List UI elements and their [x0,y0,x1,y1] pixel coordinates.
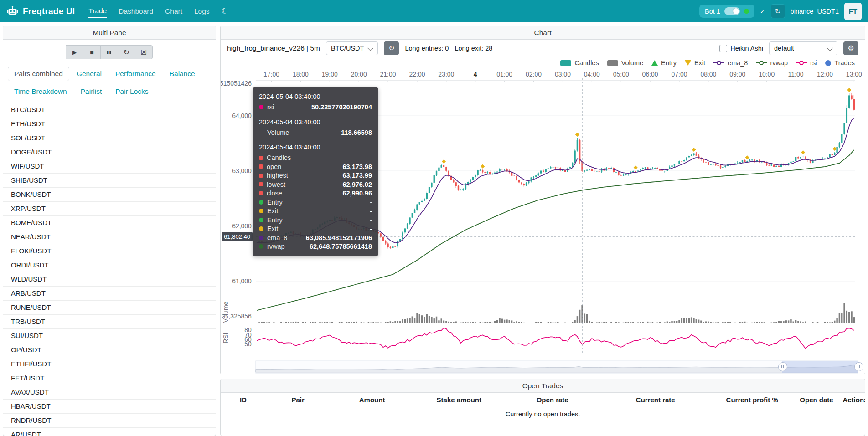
heikin-ashi-checkbox[interactable] [719,45,727,52]
legend-rvwap[interactable]: rvwap [756,59,788,67]
trades-column-header: Open date [794,393,839,407]
reload-icon: ↻ [124,49,129,56]
legend-volume[interactable]: Volume [607,59,643,67]
pair-list-item[interactable]: DOGE/USDT [3,145,216,159]
tab-general[interactable]: General [70,67,108,81]
heikin-ashi-label: Heikin Ashi [730,45,763,52]
svg-text:64,000: 64,000 [232,112,252,119]
pair-list-item[interactable]: BOME/USDT [3,216,216,230]
pair-select[interactable]: BTC/USDT [326,41,378,55]
theme-toggle-icon[interactable]: ☾ [222,6,228,16]
pair-list-item[interactable]: ETHFI/USDT [3,357,216,371]
legend-trades[interactable]: Trades [825,59,855,67]
tab-pair-locks[interactable]: Pair Locks [109,84,155,99]
reload-button[interactable]: ↻ [118,45,135,59]
pair-list-item[interactable]: XRP/USDT [3,202,216,216]
open-trades-panel: Open Trades IDPairAmountStake amountOpen… [220,379,865,436]
play-button[interactable]: ▶ [66,45,83,59]
pair-list-item[interactable]: HBAR/USDT [3,400,216,414]
tab-pairs-combined[interactable]: Pairs combined [8,67,69,81]
datazoom-left-handle[interactable] [778,362,787,371]
tab-balance[interactable]: Balance [163,67,202,81]
pair-list-item[interactable]: SUI/USDT [3,329,216,343]
svg-text:04:00: 04:00 [584,71,600,78]
pair-list: BTC/USDTETH/USDTSOL/USDTDOGE/USDTWIF/USD… [3,103,216,436]
pair-list-item[interactable]: FLOKI/USDT [3,244,216,258]
chart-svg[interactable]: 17:0018:0019:0020:0021:0022:0023:00401:0… [221,69,865,374]
svg-text:05:00: 05:00 [613,71,629,78]
svg-text:09:00: 09:00 [729,71,745,78]
pair-list-item[interactable]: AR/USDT [3,428,216,436]
pair-list-item[interactable]: BTC/USDT [3,103,216,117]
trades-column-header: Stake amount [414,393,504,407]
reload-bot-button[interactable]: ↻ [771,4,785,18]
page-content: Multi Pane ▶■▮▮↻☒ Pairs combinedGeneralP… [0,22,868,436]
pair-list-item[interactable]: WIF/USDT [3,159,216,174]
svg-text:08:00: 08:00 [700,71,716,78]
pair-list-item[interactable]: BONK/USDT [3,188,216,202]
bot-name-label: Bot 1 [705,8,720,15]
pause-button[interactable]: ▮▮ [100,45,118,59]
svg-text:07:00: 07:00 [672,71,687,78]
multi-pane-header: Multi Pane [3,26,216,40]
pair-list-item[interactable]: ARB/USDT [3,287,216,301]
plot-settings-gear-button[interactable]: ⚙ [843,41,858,55]
plot-config-select[interactable]: default [769,41,837,55]
pair-list-item[interactable]: RUNE/USDT [3,301,216,315]
tab-time-breakdown[interactable]: Time Breakdown [8,84,73,99]
svg-text:63,000: 63,000 [232,167,252,174]
legend-ema-8-marker [713,60,724,66]
bot-controls: ▶■▮▮↻☒ [3,45,216,59]
plot-config-value: default [774,45,794,52]
nav-link[interactable]: Trade [88,5,107,18]
svg-text:23:00: 23:00 [438,71,454,78]
stop-icon: ■ [90,49,93,56]
user-avatar[interactable]: FT [844,3,862,20]
clear-button[interactable]: ☒ [135,45,153,59]
pair-list-item[interactable]: WLD/USDT [3,272,216,287]
svg-text:03:00: 03:00 [555,71,571,78]
pair-list-item[interactable]: FET/USDT [3,371,216,385]
bot-enable-toggle[interactable] [724,7,740,15]
nav-link[interactable]: Chart [165,5,182,17]
pair-list-item[interactable]: RNDR/USDT [3,414,216,428]
trades-column-header: Pair [266,393,330,407]
svg-text:17:00: 17:00 [264,71,279,78]
trades-column-header: ID [221,393,266,407]
svg-text:61,000: 61,000 [232,277,252,285]
stop-button[interactable]: ■ [83,45,101,59]
svg-text:50: 50 [244,340,252,348]
refresh-chart-button[interactable]: ↻ [384,41,399,55]
legend-exit[interactable]: Exit [685,59,705,67]
svg-text:22:00: 22:00 [409,71,425,78]
pair-list-item[interactable]: SOL/USDT [3,131,216,145]
legend-entry-marker [651,60,658,66]
legend-candles[interactable]: Candles [560,59,599,67]
tab-performance[interactable]: Performance [109,67,162,81]
tab-pairlist[interactable]: Pairlist [74,84,108,99]
datazoom-right-handle[interactable] [854,362,863,371]
pair-list-item[interactable]: NEAR/USDT [3,230,216,244]
pair-list-item[interactable]: OP/USDT [3,343,216,357]
pair-list-item[interactable]: SHIB/USDT [3,174,216,188]
chart-canvas[interactable]: 17:0018:0019:0020:0021:0022:0023:00401:0… [221,69,865,374]
bot-online-dot [744,9,749,14]
toggle-knob [733,8,739,14]
pair-list-item[interactable]: AVAX/USDT [3,385,216,400]
bot-selector[interactable]: Bot 1 [699,5,754,18]
long-entries-label: Long entries: 0 [405,45,449,52]
legend-entry[interactable]: Entry [651,59,677,67]
pair-list-item[interactable]: ORDI/USDT [3,258,216,272]
legend-trades-marker [825,60,831,66]
app-title: Freqtrade UI [23,6,75,16]
strategy-label: high_frog_binance_v226 | 5m [227,44,320,52]
long-exit-label: Long exit: 28 [455,45,492,52]
legend-ema-8[interactable]: ema_8 [713,59,748,67]
pair-list-item[interactable]: TRB/USDT [3,315,216,329]
svg-text:RSI: RSI [222,333,229,343]
nav-link[interactable]: Logs [194,5,210,17]
pair-select-value: BTC/USDT [331,45,364,52]
pair-list-item[interactable]: ETH/USDT [3,117,216,131]
legend-rsi[interactable]: rsi [796,59,817,67]
nav-link[interactable]: Dashboard [119,5,153,17]
